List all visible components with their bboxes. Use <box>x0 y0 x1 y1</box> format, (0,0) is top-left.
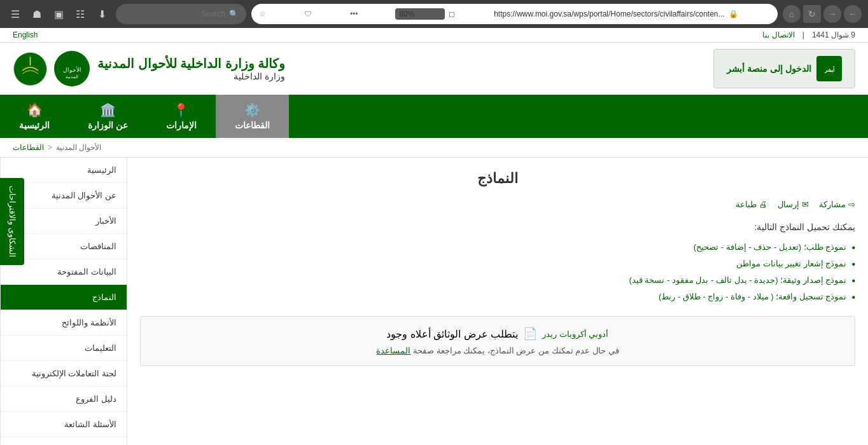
notice-text: يتطلب عرض الوثائق أعلاه وجود <box>386 328 518 340</box>
nav-item-imaraat[interactable]: 📍 الإمارات <box>147 95 216 138</box>
share-action[interactable]: ⇨ مشاركة <box>819 200 855 209</box>
nav-item-home[interactable]: 🏠 الرئيسية <box>0 95 69 138</box>
contact-link[interactable]: الاتصال بنا <box>762 31 794 39</box>
content-area: النماذج ⇨ مشاركة ✉ إرسال 🖨 طباعة يمكنك ت… <box>127 158 868 445</box>
forms-list: نموذج طلب؛ (تعديل - حذف - إضافة - تصحيح)… <box>140 242 855 303</box>
breadcrumb: الأحوال المدنية < القطاعات <box>0 138 868 158</box>
imaraat-icon: 📍 <box>173 102 189 118</box>
menu-icon[interactable]: ☰ <box>6 5 24 23</box>
svg-text:المدنية: المدنية <box>66 74 78 79</box>
security-icon: 🔒 <box>729 10 770 18</box>
sidebar-item-sla[interactable]: اتفاقية مستوى الخدمة <box>1 437 127 445</box>
address-bar[interactable]: 🔒 https://www.moi.gov.sa/wps/portal/Home… <box>251 4 778 24</box>
url-text: https://www.moi.gov.sa/wps/portal/Home/s… <box>494 10 724 18</box>
refresh-button[interactable]: ↻ <box>803 5 821 23</box>
english-link[interactable]: English <box>13 31 38 39</box>
search-input[interactable] <box>123 10 225 18</box>
header-logo: وكالة وزارة الداخلية للأحوال المدنية وزا… <box>13 50 285 88</box>
nav-label-qitaat: القطاعات <box>235 120 270 130</box>
header-subtitle: وزارة الداخلية <box>97 71 285 81</box>
page-title: النماذج <box>140 170 855 187</box>
list-item: نموذج تسجيل واقعة؛ ( ميلاد - وفاة - زواج… <box>140 292 855 303</box>
svg-text:ا: ا <box>29 55 32 68</box>
shield-icon: 🛡 <box>304 10 346 18</box>
zoom-level: 80% <box>395 8 444 20</box>
breadcrumb-sep: < <box>48 143 52 152</box>
header-text: وكالة وزارة الداخلية للأحوال المدنية وزا… <box>97 56 285 81</box>
browser-chrome: ← → ↻ ⌂ 🔒 https://www.moi.gov.sa/wps/por… <box>0 0 868 28</box>
tab-icon: ◻ <box>449 10 490 18</box>
sidebar-item-instructions[interactable]: التعليمات <box>1 336 127 361</box>
form-link-1[interactable]: نموذج طلب؛ (تعديل - حذف - إضافة - تصحيح) <box>694 242 847 252</box>
sidebar-item-regulations[interactable]: الأنظمة واللوائح <box>1 310 127 336</box>
adobe-notice: يتطلب عرض الوثائق أعلاه وجود 📄 أدوبي أكر… <box>140 316 855 366</box>
breadcrumb-parent[interactable]: القطاعات <box>13 143 44 152</box>
breadcrumb-current: الأحوال المدنية <box>56 143 101 152</box>
bookmarks-icon[interactable]: ☷ <box>71 5 89 23</box>
absher-label: الدخول إلى منصة أبشر <box>727 64 811 74</box>
print-action[interactable]: 🖨 طباعة <box>736 200 767 209</box>
form-link-4[interactable]: نموذج تسجيل واقعة؛ ( ميلاد - وفاة - زواج… <box>659 292 846 301</box>
print-icon: 🖨 <box>759 200 767 209</box>
top-bar-left: English <box>13 31 38 39</box>
browser-search-bar[interactable]: 🔍 <box>116 4 246 24</box>
nav-item-ministry[interactable]: 🏛️ عن الوزارة <box>69 95 147 138</box>
list-item: نموذج إصدار وثيقة؛ (جديدة - بدل تالف - ب… <box>140 275 855 287</box>
star-icon[interactable]: ☆ <box>259 10 300 18</box>
sidebar-item-branches[interactable]: دليل الفروع <box>1 387 127 412</box>
content-description: يمكنك تحميل النماذج التالية: <box>140 222 855 232</box>
complaints-label: الشكاوى والاقتراحات <box>8 186 17 257</box>
profile-icon[interactable]: ☗ <box>28 5 46 23</box>
share-icon: ⇨ <box>848 200 855 209</box>
ministry-nav-icon: 🏛️ <box>100 102 116 118</box>
nav-label-imaraat: الإمارات <box>166 120 197 130</box>
qitaat-icon: ⚙️ <box>244 102 260 118</box>
form-link-2[interactable]: نموذج إشعار تغيير بيانات مواطن <box>736 259 846 268</box>
header-title: وكالة وزارة الداخلية للأحوال المدنية <box>97 56 285 71</box>
header: أبشر الدخول إلى منصة أبشر وكالة وزارة ال… <box>0 43 868 95</box>
top-bar: 9 شوال 1441 | الاتصال بنا English <box>0 28 868 43</box>
absher-icon: أبشر <box>816 56 842 81</box>
complaints-tab[interactable]: الشكاوى والاقتراحات <box>0 178 24 265</box>
sidebar-item-ecommittee[interactable]: لجنة التعاملات الإلكترونية <box>1 361 127 387</box>
separator: | <box>802 31 804 39</box>
home-nav-icon: 🏠 <box>27 102 43 118</box>
help-link[interactable]: المساعدة <box>376 346 410 355</box>
adobe-pdf-icon: 📄 <box>523 327 537 341</box>
header-logos: الأحوال المدنية ا <box>13 50 91 88</box>
absher-button[interactable]: أبشر الدخول إلى منصة أبشر <box>713 49 855 88</box>
sidebar-item-forms[interactable]: النماذج <box>1 285 127 310</box>
main-content: النماذج ⇨ مشاركة ✉ إرسال 🖨 طباعة يمكنك ت… <box>0 158 868 445</box>
send-icon: ✉ <box>802 200 809 209</box>
list-item: نموذج طلب؛ (تعديل - حذف - إضافة - تصحيح) <box>140 242 855 254</box>
more-icon[interactable]: ••• <box>350 10 391 18</box>
adobe-help-text: في حال عدم تمكنك من عرض النماذج، يمكنك م… <box>153 346 842 355</box>
search-icon: 🔍 <box>229 10 239 18</box>
list-item: نموذج إشعار تغيير بيانات مواطن <box>140 259 855 270</box>
ministry-logo: ا <box>13 51 48 86</box>
tab-view-icon[interactable]: ▣ <box>50 5 67 23</box>
download-icon[interactable]: ⬇ <box>93 5 111 23</box>
nav-item-qitaat[interactable]: ⚙️ القطاعات <box>216 95 289 138</box>
forward-button[interactable]: → <box>823 5 841 23</box>
top-bar-right: 9 شوال 1441 | الاتصال بنا <box>762 31 855 39</box>
nav-label-home: الرئيسية <box>19 120 50 130</box>
svg-text:الأحوال: الأحوال <box>63 66 81 74</box>
content-actions: ⇨ مشاركة ✉ إرسال 🖨 طباعة <box>140 200 855 209</box>
browser-nav-buttons: ← → ↻ ⌂ <box>783 5 862 23</box>
browser-action-buttons: ⬇ ☷ ▣ ☗ ☰ <box>6 5 111 23</box>
civil-affairs-logo: الأحوال المدنية <box>53 50 91 88</box>
adobe-reader-link[interactable]: أدوبي أكروبات ريدر <box>542 329 608 339</box>
nav-label-ministry: عن الوزارة <box>88 120 128 130</box>
adobe-notice-row: يتطلب عرض الوثائق أعلاه وجود 📄 أدوبي أكر… <box>153 327 842 341</box>
date-text: 9 شوال 1441 <box>812 31 855 39</box>
send-action[interactable]: ✉ إرسال <box>778 200 809 209</box>
home-button[interactable]: ⌂ <box>783 5 801 23</box>
back-button[interactable]: ← <box>844 5 862 23</box>
form-link-3[interactable]: نموذج إصدار وثيقة؛ (جديدة - بدل تالف - ب… <box>629 275 846 285</box>
sidebar-item-faq[interactable]: الأسئلة الشائعة <box>1 412 127 437</box>
nav-bar: ⚙️ القطاعات 📍 الإمارات 🏛️ عن الوزارة 🏠 ا… <box>0 95 868 138</box>
